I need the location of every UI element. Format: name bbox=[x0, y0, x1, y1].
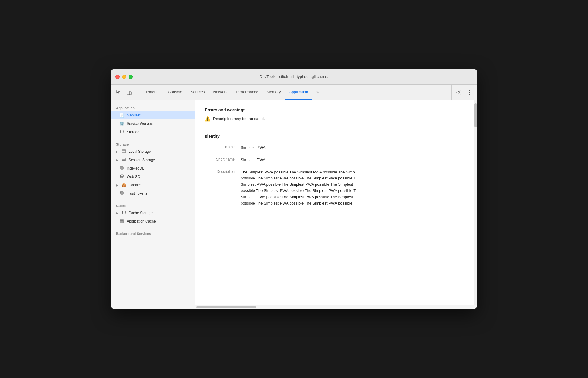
settings-icon[interactable] bbox=[454, 88, 464, 97]
tab-sources[interactable]: Sources bbox=[186, 85, 209, 100]
arrow-icon: ▶ bbox=[116, 212, 119, 215]
name-label: Name bbox=[205, 145, 241, 149]
tab-elements[interactable]: Elements bbox=[139, 85, 164, 100]
tab-application[interactable]: Application bbox=[285, 85, 313, 100]
horizontal-scrollbar bbox=[195, 305, 477, 309]
short-name-label: Short name bbox=[205, 157, 241, 161]
svg-point-13 bbox=[120, 166, 123, 167]
svg-rect-19 bbox=[120, 222, 124, 223]
sidebar-section-storage: Storage bbox=[111, 139, 195, 147]
arrow-icon: ▶ bbox=[116, 150, 119, 153]
svg-point-14 bbox=[120, 175, 123, 176]
sidebar-item-service-workers[interactable]: ⚙️ Service Workers bbox=[111, 119, 195, 128]
main-area: Application 📄 Manifest ⚙️ Service Worker… bbox=[111, 100, 477, 309]
identity-section: Identity Name Simplest PWA Short name Si… bbox=[205, 134, 464, 206]
svg-rect-9 bbox=[122, 152, 126, 153]
sidebar-item-trust-tokens[interactable]: Trust Tokens bbox=[111, 189, 195, 198]
sidebar-item-local-storage[interactable]: ▶ Local Storage bbox=[111, 147, 195, 156]
close-button[interactable] bbox=[115, 75, 120, 79]
toolbar-right bbox=[451, 85, 474, 100]
svg-rect-7 bbox=[122, 150, 126, 151]
trust-tokens-icon bbox=[120, 191, 124, 196]
errors-title: Errors and warnings bbox=[205, 107, 464, 112]
tab-network[interactable]: Network bbox=[209, 85, 232, 100]
description-label: Description bbox=[205, 169, 241, 174]
svg-point-2 bbox=[458, 92, 460, 93]
inspect-icon[interactable] bbox=[114, 88, 123, 97]
arrow-icon: ▶ bbox=[116, 158, 119, 162]
devtools-window: DevTools - stitch-glib-typhoon.glitch.me… bbox=[111, 69, 477, 309]
svg-rect-0 bbox=[127, 91, 130, 94]
cookies-icon: 🍪 bbox=[121, 183, 126, 188]
warning-icon: ⚠️ bbox=[205, 116, 211, 122]
indexeddb-icon bbox=[120, 166, 124, 171]
svg-point-5 bbox=[469, 94, 470, 94]
name-value: Simplest PWA bbox=[241, 145, 464, 151]
identity-title: Identity bbox=[205, 134, 464, 139]
cache-storage-icon bbox=[121, 211, 126, 216]
sidebar: Application 📄 Manifest ⚙️ Service Worker… bbox=[111, 100, 195, 309]
service-workers-icon: ⚙️ bbox=[120, 122, 124, 126]
sidebar-item-web-sql[interactable]: Web SQL bbox=[111, 172, 195, 181]
toolbar-icons bbox=[114, 85, 138, 100]
svg-point-3 bbox=[469, 90, 470, 91]
v-scroll-thumb[interactable] bbox=[474, 103, 477, 127]
sidebar-section-cache: Cache bbox=[111, 200, 195, 209]
title-bar: DevTools - stitch-glib-typhoon.glitch.me… bbox=[111, 69, 477, 85]
maximize-button[interactable] bbox=[129, 75, 133, 79]
toolbar-tabs: Elements Console Sources Network Perform… bbox=[139, 85, 450, 100]
toolbar: Elements Console Sources Network Perform… bbox=[111, 85, 477, 100]
window-title: DevTools - stitch-glib-typhoon.glitch.me… bbox=[260, 74, 328, 79]
identity-row-name: Name Simplest PWA bbox=[205, 145, 464, 151]
h-scroll-thumb[interactable] bbox=[196, 306, 256, 308]
traffic-lights bbox=[115, 75, 133, 79]
sidebar-item-cookies[interactable]: ▶ 🍪 Cookies bbox=[111, 181, 195, 189]
description-value: The Simplest PWA possible The Simplest P… bbox=[241, 169, 464, 207]
sidebar-section-application: Application bbox=[111, 103, 195, 111]
sidebar-item-session-storage[interactable]: ▶ Session Storage bbox=[111, 156, 195, 164]
more-options-icon[interactable] bbox=[465, 88, 474, 97]
sidebar-item-manifest[interactable]: 📄 Manifest bbox=[111, 111, 195, 119]
identity-row-shortname: Short name Simplest PWA bbox=[205, 157, 464, 163]
tab-console[interactable]: Console bbox=[164, 85, 186, 100]
warning-text: Description may be truncated. bbox=[213, 116, 265, 121]
sidebar-item-application-cache[interactable]: Application Cache bbox=[111, 217, 195, 226]
svg-point-16 bbox=[122, 211, 125, 212]
tab-performance[interactable]: Performance bbox=[232, 85, 262, 100]
svg-rect-11 bbox=[122, 159, 126, 160]
local-storage-icon bbox=[121, 149, 126, 154]
identity-row-description: Description The Simplest PWA possible Th… bbox=[205, 169, 464, 207]
svg-point-15 bbox=[120, 191, 123, 193]
content-inner: Errors and warnings ⚠️ Description may b… bbox=[195, 100, 474, 220]
vertical-scrollbar[interactable] bbox=[474, 100, 477, 305]
short-name-value: Simplest PWA bbox=[241, 157, 464, 163]
sidebar-item-indexeddb[interactable]: IndexedDB bbox=[111, 164, 195, 172]
storage-app-icon bbox=[120, 130, 124, 135]
svg-rect-18 bbox=[120, 221, 124, 222]
content-area: Errors and warnings ⚠️ Description may b… bbox=[195, 100, 474, 305]
device-icon[interactable] bbox=[124, 88, 134, 97]
sidebar-item-storage-app[interactable]: Storage bbox=[111, 128, 195, 136]
h-scroll-track[interactable] bbox=[195, 306, 477, 308]
content-wrapper: Errors and warnings ⚠️ Description may b… bbox=[195, 100, 477, 309]
warning-row: ⚠️ Description may be truncated. bbox=[205, 116, 464, 128]
minimize-button[interactable] bbox=[122, 75, 126, 79]
manifest-icon: 📄 bbox=[120, 113, 124, 118]
svg-rect-10 bbox=[122, 158, 126, 159]
svg-point-6 bbox=[120, 130, 123, 131]
sidebar-section-background: Background Services bbox=[111, 228, 195, 237]
svg-rect-8 bbox=[122, 151, 126, 152]
svg-point-4 bbox=[469, 92, 470, 93]
tab-memory[interactable]: Memory bbox=[263, 85, 285, 100]
arrow-icon: ▶ bbox=[116, 184, 119, 187]
svg-rect-12 bbox=[122, 160, 126, 161]
tab-more[interactable]: » bbox=[312, 85, 323, 100]
svg-rect-17 bbox=[120, 220, 124, 220]
web-sql-icon bbox=[120, 174, 124, 179]
application-cache-icon bbox=[120, 219, 124, 224]
svg-rect-1 bbox=[130, 92, 131, 94]
session-storage-icon bbox=[121, 158, 126, 162]
sidebar-item-cache-storage[interactable]: ▶ Cache Storage bbox=[111, 209, 195, 217]
